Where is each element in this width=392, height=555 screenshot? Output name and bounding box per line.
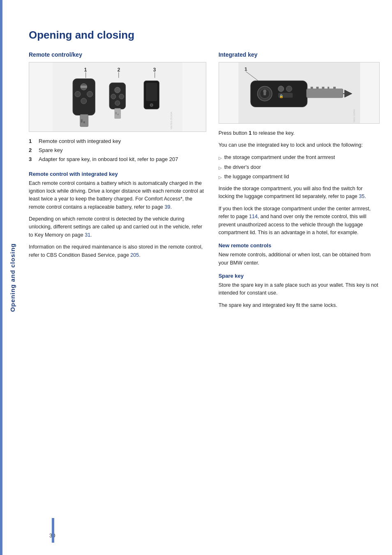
svg-text:1: 1 xyxy=(84,67,87,73)
svg-text:1: 1 xyxy=(244,66,247,72)
link-114[interactable]: 114 xyxy=(249,214,258,219)
section-heading-intkey: Integrated key xyxy=(219,51,380,58)
rc-para2: Depending on which remote control is det… xyxy=(29,215,206,239)
svg-rect-46 xyxy=(333,87,336,89)
svg-text:3: 3 xyxy=(153,67,156,73)
link-205[interactable]: 205 xyxy=(130,252,139,258)
svg-point-37 xyxy=(278,86,284,92)
remote-image-box: 1 2 3 xyxy=(29,62,206,132)
if-text: If you then lock the storage compartment… xyxy=(219,205,380,237)
item-num-3: 3 xyxy=(29,156,35,163)
list-item: 3 Adapter for spare key, in onboard tool… xyxy=(29,156,206,163)
right-column: Integrated key 1 xyxy=(219,51,380,313)
svg-text:VW7ES-25163A: VW7ES-25163A xyxy=(170,112,173,129)
svg-rect-15 xyxy=(83,121,85,123)
svg-point-19 xyxy=(119,94,124,99)
svg-point-9 xyxy=(75,91,81,97)
subsection-spare-key: Spare key xyxy=(219,273,380,279)
integrated-key-image-box: 1 xyxy=(219,62,380,124)
svg-rect-23 xyxy=(118,114,119,115)
rc-para3: Information on the required maintenance … xyxy=(29,243,206,259)
integrated-key-svg: 1 xyxy=(219,62,379,123)
link-35[interactable]: 35 xyxy=(359,193,364,199)
bullet-item-1: ▷ the storage compartment under the fron… xyxy=(219,154,380,161)
link-39[interactable]: 39 xyxy=(165,204,171,210)
svg-point-20 xyxy=(115,101,120,106)
use-text: You can use the integrated key to lock a… xyxy=(219,141,380,149)
bullet-item-2: ▷ the driver's door xyxy=(219,164,380,171)
svg-point-10 xyxy=(87,91,93,97)
inside-text: Inside the storage compartment, you will… xyxy=(219,185,380,201)
svg-rect-22 xyxy=(115,112,117,115)
remote-illustration-svg: 1 2 3 xyxy=(29,62,206,131)
item-text-1: Remote control with integrated key xyxy=(39,138,121,145)
subsection-new-remote: New remote controls xyxy=(219,242,380,249)
svg-point-18 xyxy=(111,94,116,99)
svg-rect-12 xyxy=(81,85,87,88)
bullet-list: ▷ the storage compartment under the fron… xyxy=(219,154,380,181)
triangle-icon-2: ▷ xyxy=(219,165,222,171)
item-num-2: 2 xyxy=(29,147,35,154)
item-list: 1 Remote control with integrated key 2 S… xyxy=(29,138,206,164)
page-container: Opening and closing Opening and closing … xyxy=(0,0,392,555)
list-item: 2 Spare key xyxy=(29,147,206,154)
svg-rect-14 xyxy=(81,119,83,122)
sidebar-text: Opening and closing xyxy=(9,243,16,312)
svg-rect-44 xyxy=(322,87,324,89)
list-item: 1 Remote control with integrated key xyxy=(29,138,206,145)
bottom-blue-bar xyxy=(52,518,54,543)
spare-key-para2: The spare key and integrated key fit the… xyxy=(219,302,380,309)
svg-text:🔒: 🔒 xyxy=(279,94,284,99)
item-text-3: Adapter for spare key, in onboard tool k… xyxy=(39,156,178,163)
link-31[interactable]: 31 xyxy=(85,232,90,238)
sidebar: Opening and closing xyxy=(0,0,25,555)
svg-rect-36 xyxy=(263,92,266,95)
svg-rect-25 xyxy=(146,83,157,101)
press-button-text: Press button 1 to release the key. xyxy=(219,129,380,137)
sidebar-blue-bar xyxy=(0,0,2,555)
new-remote-text: New remote controls, additional or when … xyxy=(219,251,380,267)
svg-rect-41 xyxy=(307,89,343,98)
spare-key-para1: Store the spare key in a safe place such… xyxy=(219,281,380,297)
subsection-rc-integrated: Remote control with integrated key xyxy=(29,171,206,177)
item-text-2: Spare key xyxy=(39,147,63,154)
triangle-icon-3: ▷ xyxy=(219,174,222,180)
svg-rect-45 xyxy=(327,87,329,89)
svg-text:VW21-11054A: VW21-11054A xyxy=(353,109,355,122)
rc-para1: Each remote control contains a battery w… xyxy=(29,180,206,212)
main-content: Opening and closing Remote control/key 1… xyxy=(25,0,392,555)
svg-point-38 xyxy=(286,86,292,92)
triangle-icon-1: ▷ xyxy=(219,155,222,161)
two-col-layout: Remote control/key 1 2 3 xyxy=(29,51,380,313)
left-column: Remote control/key 1 2 3 xyxy=(29,51,206,263)
svg-point-11 xyxy=(81,98,87,104)
svg-point-17 xyxy=(115,87,120,93)
page-title: Opening and closing xyxy=(29,29,380,41)
section-heading-remote: Remote control/key xyxy=(29,51,206,58)
bullet-item-3: ▷ the luggage compartment lid xyxy=(219,173,380,181)
svg-point-27 xyxy=(151,104,152,106)
svg-rect-43 xyxy=(316,87,318,89)
svg-text:2: 2 xyxy=(118,67,120,73)
item-num-1: 1 xyxy=(29,138,35,145)
svg-rect-42 xyxy=(310,87,313,89)
